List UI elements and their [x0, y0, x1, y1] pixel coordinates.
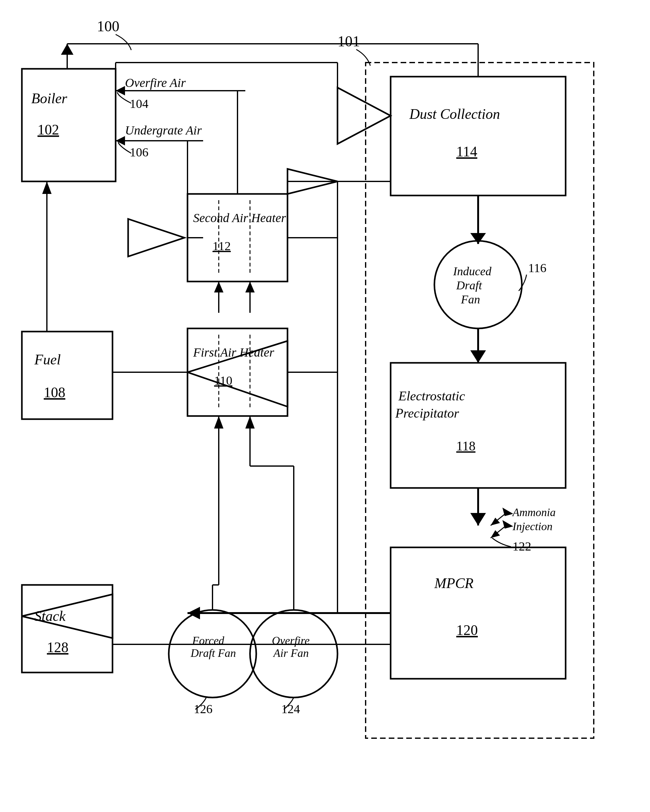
forced-draft-fan-label: Forced — [192, 634, 225, 647]
mpcr-label: MPCR — [434, 575, 473, 591]
stack-label: Stack — [34, 608, 66, 624]
fuel-label: Fuel — [34, 351, 61, 368]
ammonia-injection-label: Ammonia — [512, 506, 556, 519]
label-101: 101 — [338, 33, 360, 49]
second-air-heater-label: Second Air Heater — [193, 211, 286, 225]
mpcr-num: 120 — [456, 622, 478, 638]
electrostatic-num: 118 — [456, 439, 475, 453]
svg-rect-0 — [0, 0, 650, 812]
svg-text:Draft: Draft — [456, 279, 483, 292]
overfire-air-label: Overfire Air — [125, 76, 186, 90]
label-106: 106 — [130, 145, 148, 159]
second-air-heater-num: 112 — [213, 239, 231, 253]
first-air-heater-num: 110 — [214, 374, 233, 388]
svg-text:Fan: Fan — [461, 293, 480, 306]
svg-text:Precipitator: Precipitator — [395, 406, 459, 420]
svg-text:Injection: Injection — [512, 520, 553, 533]
fuel-num: 108 — [44, 385, 65, 400]
boiler-label: Boiler — [31, 90, 67, 106]
undergrade-air-label: Undergrate Air — [125, 123, 202, 137]
electrostatic-label: Electrostatic — [398, 389, 465, 403]
label-104: 104 — [130, 97, 148, 111]
induced-draft-fan-label: Induced — [453, 265, 492, 278]
overfire-air-fan-label: Overfire — [272, 634, 310, 647]
label-116: 116 — [528, 261, 546, 275]
svg-text:Air Fan: Air Fan — [273, 647, 309, 659]
label-122: 122 — [513, 539, 531, 553]
label-100: 100 — [97, 18, 119, 34]
stack-num: 128 — [47, 640, 69, 655]
dust-collection-num: 114 — [456, 143, 477, 160]
dust-collection-label: Dust Collection — [409, 106, 500, 122]
diagram-container: 100 101 Boiler 102 Overfire Air 104 Unde… — [0, 0, 650, 812]
boiler-num: 102 — [38, 122, 59, 137]
svg-text:Draft Fan: Draft Fan — [190, 647, 236, 659]
